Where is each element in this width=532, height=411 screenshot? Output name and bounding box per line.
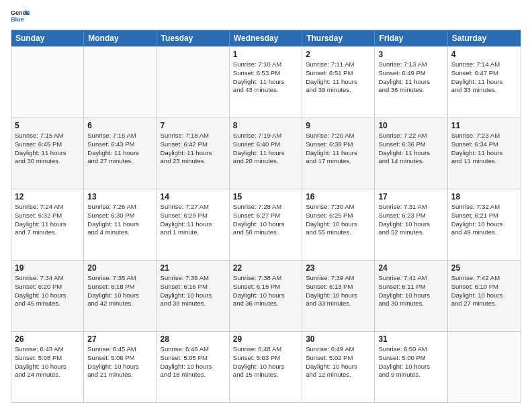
calendar-cell: 10Sunrise: 7:22 AM Sunset: 6:36 PM Dayli… [375, 118, 447, 189]
cell-info: Sunrise: 7:28 AM Sunset: 6:27 PM Dayligh… [233, 203, 298, 237]
calendar-cell: 9Sunrise: 7:20 AM Sunset: 6:38 PM Daylig… [302, 118, 375, 189]
cell-info: Sunrise: 7:30 AM Sunset: 6:25 PM Dayligh… [306, 203, 371, 237]
day-number: 29 [233, 334, 298, 344]
calendar-cell: 27Sunrise: 6:45 AM Sunset: 5:06 PM Dayli… [84, 332, 157, 402]
day-number: 19 [15, 263, 80, 273]
calendar-cell: 25Sunrise: 7:42 AM Sunset: 6:10 PM Dayli… [448, 261, 521, 331]
weekday-header: Monday [84, 30, 157, 46]
calendar-row: 5Sunrise: 7:15 AM Sunset: 6:45 PM Daylig… [11, 118, 521, 189]
calendar-row: 1Sunrise: 7:10 AM Sunset: 6:53 PM Daylig… [11, 46, 521, 118]
cell-info: Sunrise: 7:36 AM Sunset: 6:16 PM Dayligh… [161, 274, 226, 308]
calendar-cell: 1Sunrise: 7:10 AM Sunset: 6:53 PM Daylig… [230, 47, 302, 118]
cell-info: Sunrise: 7:27 AM Sunset: 6:29 PM Dayligh… [161, 203, 226, 237]
day-number: 25 [451, 263, 517, 273]
cell-info: Sunrise: 7:10 AM Sunset: 6:53 PM Dayligh… [233, 60, 298, 95]
weekday-header: Saturday [448, 30, 521, 46]
cell-info: Sunrise: 7:13 AM Sunset: 6:49 PM Dayligh… [378, 60, 443, 95]
day-number: 3 [378, 50, 443, 59]
day-number: 21 [161, 263, 226, 273]
cell-info: Sunrise: 7:41 AM Sunset: 6:11 PM Dayligh… [378, 274, 443, 308]
calendar-cell: 4Sunrise: 7:14 AM Sunset: 6:47 PM Daylig… [448, 47, 521, 118]
calendar-header-row: SundayMondayTuesdayWednesdayThursdayFrid… [11, 30, 521, 46]
calendar-cell: 2Sunrise: 7:11 AM Sunset: 6:51 PM Daylig… [302, 47, 375, 118]
calendar-cell: 22Sunrise: 7:38 AM Sunset: 6:15 PM Dayli… [230, 261, 302, 331]
header: General Blue [11, 8, 521, 24]
cell-info: Sunrise: 6:49 AM Sunset: 5:02 PM Dayligh… [306, 345, 371, 379]
cell-info: Sunrise: 7:19 AM Sunset: 6:40 PM Dayligh… [233, 132, 298, 166]
day-number: 26 [15, 334, 80, 344]
calendar-cell: 21Sunrise: 7:36 AM Sunset: 6:16 PM Dayli… [157, 261, 230, 331]
day-number: 12 [15, 192, 80, 201]
day-number: 30 [306, 334, 371, 344]
calendar-body: 1Sunrise: 7:10 AM Sunset: 6:53 PM Daylig… [11, 46, 521, 402]
day-number: 8 [233, 121, 298, 130]
calendar-row: 26Sunrise: 6:43 AM Sunset: 5:08 PM Dayli… [11, 331, 521, 402]
day-number: 15 [233, 192, 298, 201]
day-number: 5 [15, 121, 80, 130]
calendar-cell: 7Sunrise: 7:18 AM Sunset: 6:42 PM Daylig… [157, 118, 230, 189]
calendar-cell: 3Sunrise: 7:13 AM Sunset: 6:49 PM Daylig… [375, 47, 447, 118]
cell-info: Sunrise: 6:45 AM Sunset: 5:06 PM Dayligh… [87, 345, 152, 379]
calendar-cell: 15Sunrise: 7:28 AM Sunset: 6:27 PM Dayli… [230, 189, 302, 260]
cell-info: Sunrise: 6:48 AM Sunset: 5:03 PM Dayligh… [233, 345, 298, 379]
cell-info: Sunrise: 7:26 AM Sunset: 6:30 PM Dayligh… [87, 203, 152, 237]
logo: General Blue [11, 8, 32, 24]
day-number: 6 [87, 121, 152, 130]
day-number: 4 [451, 50, 517, 59]
day-number: 16 [306, 192, 371, 201]
day-number: 31 [378, 334, 443, 344]
cell-info: Sunrise: 7:38 AM Sunset: 6:15 PM Dayligh… [233, 274, 298, 308]
calendar-cell: 28Sunrise: 6:46 AM Sunset: 5:05 PM Dayli… [157, 332, 230, 402]
calendar-cell: 12Sunrise: 7:24 AM Sunset: 6:32 PM Dayli… [11, 189, 84, 260]
cell-info: Sunrise: 6:50 AM Sunset: 5:00 PM Dayligh… [378, 345, 443, 379]
calendar-cell: 13Sunrise: 7:26 AM Sunset: 6:30 PM Dayli… [84, 189, 157, 260]
calendar-cell: 20Sunrise: 7:35 AM Sunset: 6:18 PM Dayli… [84, 261, 157, 331]
day-number: 11 [451, 121, 517, 130]
day-number: 18 [451, 192, 517, 201]
cell-info: Sunrise: 7:39 AM Sunset: 6:13 PM Dayligh… [306, 274, 371, 308]
calendar-cell: 16Sunrise: 7:30 AM Sunset: 6:25 PM Dayli… [302, 189, 375, 260]
day-number: 22 [233, 263, 298, 273]
cell-info: Sunrise: 7:32 AM Sunset: 6:21 PM Dayligh… [451, 203, 517, 237]
calendar-cell: 18Sunrise: 7:32 AM Sunset: 6:21 PM Dayli… [448, 189, 521, 260]
cell-info: Sunrise: 7:11 AM Sunset: 6:51 PM Dayligh… [306, 60, 371, 95]
calendar-row: 12Sunrise: 7:24 AM Sunset: 6:32 PM Dayli… [11, 189, 521, 260]
day-number: 27 [87, 334, 152, 344]
calendar-cell: 23Sunrise: 7:39 AM Sunset: 6:13 PM Dayli… [302, 261, 375, 331]
day-number: 23 [306, 263, 371, 273]
calendar-cell: 8Sunrise: 7:19 AM Sunset: 6:40 PM Daylig… [230, 118, 302, 189]
day-number: 7 [161, 121, 226, 130]
calendar-cell: 26Sunrise: 6:43 AM Sunset: 5:08 PM Dayli… [11, 332, 84, 402]
weekday-header: Thursday [302, 30, 375, 46]
cell-info: Sunrise: 7:24 AM Sunset: 6:32 PM Dayligh… [15, 203, 80, 237]
cell-info: Sunrise: 6:46 AM Sunset: 5:05 PM Dayligh… [161, 345, 226, 379]
cell-info: Sunrise: 7:31 AM Sunset: 6:23 PM Dayligh… [378, 203, 443, 237]
cell-info: Sunrise: 7:14 AM Sunset: 6:47 PM Dayligh… [451, 60, 517, 95]
cell-info: Sunrise: 7:15 AM Sunset: 6:45 PM Dayligh… [15, 132, 80, 166]
day-number: 9 [306, 121, 371, 130]
weekday-header: Sunday [11, 30, 84, 46]
cell-info: Sunrise: 7:18 AM Sunset: 6:42 PM Dayligh… [161, 132, 226, 166]
calendar-cell: 17Sunrise: 7:31 AM Sunset: 6:23 PM Dayli… [375, 189, 447, 260]
calendar-cell [84, 47, 157, 118]
day-number: 14 [161, 192, 226, 201]
calendar-cell: 14Sunrise: 7:27 AM Sunset: 6:29 PM Dayli… [157, 189, 230, 260]
calendar-cell [11, 47, 84, 118]
cell-info: Sunrise: 7:20 AM Sunset: 6:38 PM Dayligh… [306, 132, 371, 166]
calendar-cell: 5Sunrise: 7:15 AM Sunset: 6:45 PM Daylig… [11, 118, 84, 189]
calendar-cell: 6Sunrise: 7:16 AM Sunset: 6:43 PM Daylig… [84, 118, 157, 189]
calendar-cell [157, 47, 230, 118]
weekday-header: Friday [375, 30, 447, 46]
day-number: 20 [87, 263, 152, 273]
day-number: 28 [161, 334, 226, 344]
svg-text:Blue: Blue [11, 16, 24, 23]
calendar-row: 19Sunrise: 7:34 AM Sunset: 6:20 PM Dayli… [11, 260, 521, 331]
cell-info: Sunrise: 7:16 AM Sunset: 6:43 PM Dayligh… [87, 132, 152, 166]
calendar-cell: 24Sunrise: 7:41 AM Sunset: 6:11 PM Dayli… [375, 261, 447, 331]
cell-info: Sunrise: 7:23 AM Sunset: 6:34 PM Dayligh… [451, 132, 517, 166]
day-number: 24 [378, 263, 443, 273]
day-number: 13 [87, 192, 152, 201]
calendar-cell: 11Sunrise: 7:23 AM Sunset: 6:34 PM Dayli… [448, 118, 521, 189]
calendar: SundayMondayTuesdayWednesdayThursdayFrid… [11, 30, 521, 403]
day-number: 10 [378, 121, 443, 130]
